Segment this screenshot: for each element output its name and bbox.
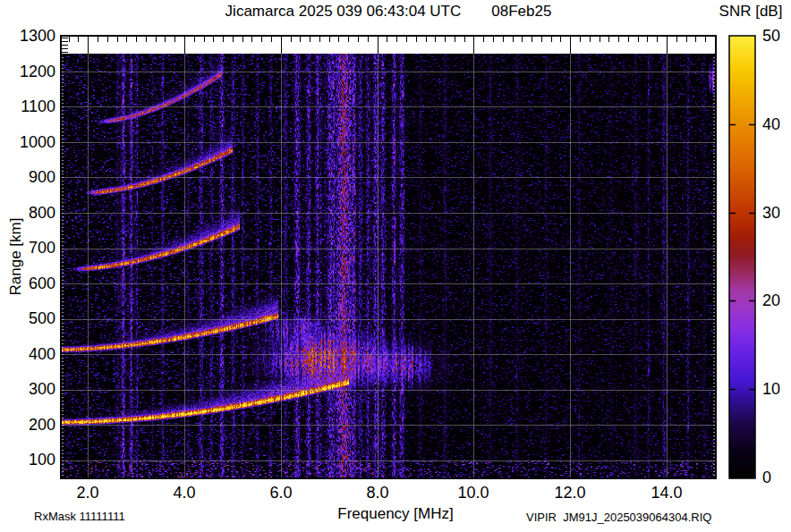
y-tick-label: 800 [13, 204, 55, 222]
x-tick-label: 8.0 [353, 484, 403, 502]
x-tick-label: 2.0 [63, 484, 113, 502]
y-tick-label: 400 [13, 345, 55, 363]
colorbar-canvas [728, 35, 756, 479]
y-tick-label: 600 [13, 274, 55, 292]
y-tick-label: 300 [13, 380, 55, 398]
colorbar-tick-label: 20 [762, 291, 791, 309]
rx-mask-label: RxMask 11111111 [34, 510, 125, 523]
y-tick-label: 100 [13, 451, 55, 469]
plot-title: Jicamarca 2025 039 06:43:04 UTC08Feb25 [60, 3, 717, 21]
y-tick-label: 500 [13, 309, 55, 327]
y-tick-label: 1300 [13, 27, 55, 45]
colorbar-tick-label: 40 [762, 115, 791, 133]
data-file-label: VIPIR JM91J_2025039064304.RIQ [526, 511, 711, 524]
y-tick-label: 1100 [13, 97, 55, 115]
y-tick-label: 200 [13, 416, 55, 434]
y-tick-label: 700 [13, 239, 55, 257]
x-tick-label: 6.0 [256, 484, 306, 502]
x-tick-label: 10.0 [448, 484, 498, 502]
x-axis-label: Frequency [MHz] [306, 505, 485, 523]
colorbar-tick-label: 0 [762, 469, 791, 486]
ionogram-heatmap-canvas [60, 35, 717, 479]
x-tick-label: 4.0 [159, 484, 209, 502]
ionogram-viewer: Jicamarca 2025 039 06:43:04 UTC08Feb25 S… [0, 0, 791, 532]
colorbar-tick-label: 10 [762, 380, 791, 398]
colorbar-tick-label: 50 [762, 27, 791, 45]
title-date: 08Feb25 [491, 3, 551, 20]
x-tick-label: 12.0 [545, 484, 595, 502]
x-tick-label: 14.0 [642, 484, 692, 502]
y-tick-label: 900 [13, 168, 55, 186]
title-station-time: Jicamarca 2025 039 06:43:04 UTC [225, 3, 462, 20]
y-tick-label: 1200 [13, 63, 55, 80]
colorbar-title: SNR [dB] [710, 3, 791, 21]
y-tick-label: 1000 [13, 133, 55, 151]
colorbar-tick-label: 30 [762, 204, 791, 222]
